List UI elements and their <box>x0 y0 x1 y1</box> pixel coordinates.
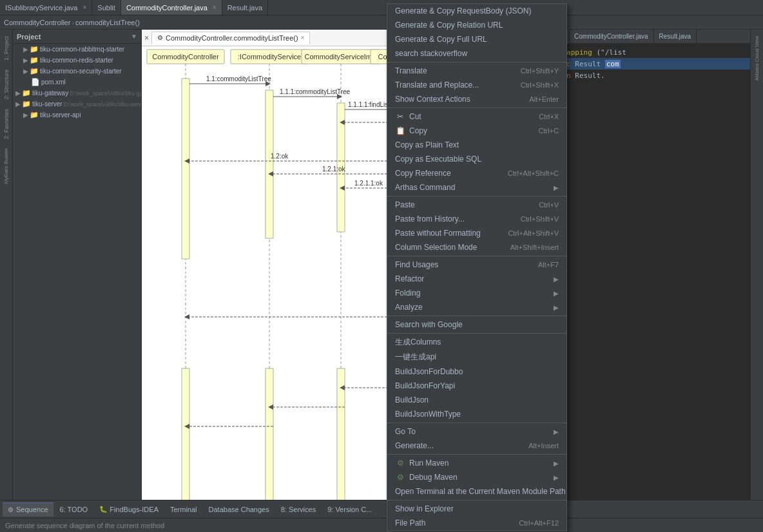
ctx-item-generate-requestbody[interactable]: Generate & Copy RequestBody (JSON) <box>387 4 566 18</box>
close-icon[interactable]: × <box>213 4 217 11</box>
ctx-item-file-path[interactable]: File Path Ctrl+Alt+F12 <box>387 516 566 530</box>
ctx-item-cut[interactable]: ✂ Cut Ctrl+X <box>387 109 566 124</box>
ctx-separator <box>387 500 566 500</box>
code-text: ("/list <box>596 48 626 57</box>
ctx-shortcut: Ctrl+Shift+X <box>521 81 559 89</box>
ctx-item-find-usages[interactable]: Find Usages Alt+F7 <box>387 258 566 272</box>
ctx-item-left: BuildJsonForDubbo <box>395 367 463 376</box>
ctx-item-paste[interactable]: Paste Ctrl+V <box>387 198 566 212</box>
ctx-item-generate-relation-url[interactable]: Generate & Copy Relation URL <box>387 18 566 32</box>
tree-item-server-api[interactable]: ▶ 📁 tiku-server-api <box>13 109 141 120</box>
ctx-shortcut: Ctrl+V <box>539 201 559 209</box>
tree-item-rabbitmq[interactable]: ▶ 📁 tiku-common-rabbitmq-starter <box>13 44 141 55</box>
ctx-label: Debug Maven <box>409 473 458 482</box>
ctx-item-analyze[interactable]: Analyze ▶ <box>387 300 566 314</box>
svg-rect-66 <box>182 368 189 500</box>
tree-item-pom[interactable]: 📄 pom.xml <box>13 77 141 88</box>
tab-sublibrary[interactable]: Sublit <box>92 0 121 15</box>
project-panel-header: Project ▼ <box>13 30 141 44</box>
ctx-item-generate[interactable]: Generate... Alt+Insert <box>387 439 566 453</box>
code-text: Result <box>575 60 604 68</box>
ctx-item-copy-sql[interactable]: Copy as Executable SQL <box>387 152 566 166</box>
ctx-item-run-maven[interactable]: ⚙ Run Maven ▶ <box>387 456 566 470</box>
ctx-item-generate-columns[interactable]: 生成Columns <box>387 335 566 350</box>
vert-tab-alibaba[interactable]: Alibaba Cloud View <box>753 32 761 84</box>
ctx-item-left: Paste without Formatting <box>395 229 481 238</box>
ctx-item-folding[interactable]: Folding ▶ <box>387 286 566 300</box>
bottom-tab-sequence[interactable]: ⚙ Sequence <box>3 502 53 517</box>
expand-icon: ▶ <box>15 100 21 108</box>
expand-icon: ▶ <box>15 90 21 97</box>
tab-isublibraryservice[interactable]: ISublibraryService.java × <box>0 0 92 15</box>
ctx-item-open-terminal[interactable]: Open in Terminal <box>387 530 566 531</box>
vert-tab-structure[interactable]: 2: Structure <box>2 66 11 104</box>
ctx-item-translate-replace[interactable]: Translate and Replace... Ctrl+Shift+X <box>387 78 566 92</box>
ctx-label: Paste without Formatting <box>395 229 481 238</box>
ctx-item-copy-plain[interactable]: Copy as Plain Text <box>387 138 566 152</box>
ctx-item-left: Analyze <box>395 303 423 312</box>
close-icon[interactable]: × <box>83 4 87 11</box>
ctx-item-copy-reference[interactable]: Copy Reference Ctrl+Alt+Shift+C <box>387 166 566 180</box>
ctx-item-buildjson-dubbo[interactable]: BuildJsonForDubbo <box>387 365 566 379</box>
tree-item-gateway[interactable]: ▶ 📁 tiku-gateway D:\work_space\Altiku\ti… <box>13 88 141 99</box>
ctx-item-copy[interactable]: 📋 Copy Ctrl+C <box>387 124 566 138</box>
ctx-item-left: Generate... <box>395 441 434 450</box>
ctx-item-goto[interactable]: Go To ▶ <box>387 424 566 439</box>
bottom-tab-services[interactable]: 8: Services <box>276 502 321 517</box>
vert-tab-mybatis[interactable]: MyBatis Builder <box>2 144 10 188</box>
tree-item-server[interactable]: ▶ 📁 tiku-server D:\work_space\Altiku\tik… <box>13 99 141 109</box>
tree-label: tiku-common-rabbitmq-starter <box>40 46 124 53</box>
ctx-item-search-google[interactable]: Search with Google <box>387 318 566 332</box>
ctx-item-generate-api[interactable]: 一键生成api <box>387 350 566 365</box>
bottom-tab-todo[interactable]: 6: TODO <box>55 502 93 517</box>
ctx-item-buildjson-yapi[interactable]: BuildJsonForYapi <box>387 379 566 393</box>
ctx-item-left: ✂ Cut <box>395 111 421 122</box>
seq-tab-commodity[interactable]: ⚙ CommodityController.commodityListTree(… <box>151 32 310 44</box>
ctx-item-buildjson[interactable]: BuildJson <box>387 393 566 407</box>
ctx-item-left: Open Terminal at the Current Maven Modul… <box>395 487 566 496</box>
ctx-label: Generate... <box>395 441 434 450</box>
status-text: Generate sequence diagram of the current… <box>5 522 164 529</box>
ctx-item-open-terminal-maven[interactable]: Open Terminal at the Current Maven Modul… <box>387 484 566 499</box>
tree-item-security[interactable]: ▶ 📁 tiku-common-security-starter <box>13 66 141 77</box>
ctx-shortcut: Alt+Enter <box>529 95 559 103</box>
folder-icon: 📁 <box>30 56 39 64</box>
code-tab-commodity[interactable]: CommodityController.java <box>569 30 654 44</box>
bottom-tab-dbchanges[interactable]: Database Changes <box>204 502 275 517</box>
bottom-tab-findbugs[interactable]: 🐛 FindBugs-IDEA <box>94 502 164 517</box>
tree-path: D:\work_space\Altiku\tiku-server <box>64 101 141 108</box>
bottom-tab-terminal[interactable]: Terminal <box>165 502 202 517</box>
ctx-item-show-explorer[interactable]: Show in Explorer <box>387 502 566 516</box>
vert-tab-project[interactable]: 1: Project <box>2 32 11 64</box>
ctx-label: BuildJsonForDubbo <box>395 367 463 376</box>
code-tab-result[interactable]: Result.java <box>654 30 697 44</box>
ctx-item-paste-history[interactable]: Paste from History... Ctrl+Shift+V <box>387 212 566 226</box>
ctx-item-translate[interactable]: Translate Ctrl+Shift+Y <box>387 64 566 78</box>
seq-tab-close-icon[interactable]: × <box>301 34 305 41</box>
ctx-item-show-context[interactable]: Show Context Actions Alt+Enter <box>387 92 566 106</box>
ctx-item-debug-maven[interactable]: ⚙ Debug Maven ▶ <box>387 470 566 484</box>
bottom-tab-version[interactable]: 9: Version C... <box>322 502 377 517</box>
tab-result[interactable]: Result.java <box>222 0 268 15</box>
ctx-item-search-stackoverflow[interactable]: search stackoverflow <box>387 46 566 61</box>
ctx-item-buildjson-type[interactable]: BuildJsonWithType <box>387 407 566 421</box>
ctx-label: Arthas Command <box>395 183 455 192</box>
ide-container: ISublibraryService.java × Sublit Commodi… <box>0 0 763 532</box>
ctx-item-refactor[interactable]: Refactor ▶ <box>387 272 566 286</box>
tree-item-redis[interactable]: ▶ 📁 tiku-common-redis-starter <box>13 55 141 66</box>
seq-tab-label: CommodityController.commodityListTree() <box>166 34 298 42</box>
ctx-item-arthas[interactable]: Arthas Command ▶ <box>387 180 566 195</box>
bottom-tab-label: 8: Services <box>281 506 316 513</box>
vert-tab-favorites[interactable]: 2: Favorites <box>2 105 11 143</box>
ctx-item-column-selection[interactable]: Column Selection Mode Alt+Shift+Insert <box>387 240 566 254</box>
context-menu[interactable]: Generate & Copy RequestBody (JSON) Gener… <box>387 3 567 531</box>
main-panels: 1: Project 2: Structure 2: Favorites MyB… <box>0 30 763 500</box>
seq-close-btn[interactable]: × <box>144 33 149 43</box>
tab-commoditycontroller[interactable]: CommodityController.java × <box>121 0 222 15</box>
ctx-separator <box>387 333 566 334</box>
project-dropdown-icon[interactable]: ▼ <box>131 33 137 40</box>
ctx-item-paste-no-format[interactable]: Paste without Formatting Ctrl+Alt+Shift+… <box>387 226 566 240</box>
ctx-label: Cut <box>409 112 421 121</box>
ctx-item-left: Show in Explorer <box>395 504 454 513</box>
ctx-item-generate-full-url[interactable]: Generate & Copy Full URL <box>387 32 566 46</box>
